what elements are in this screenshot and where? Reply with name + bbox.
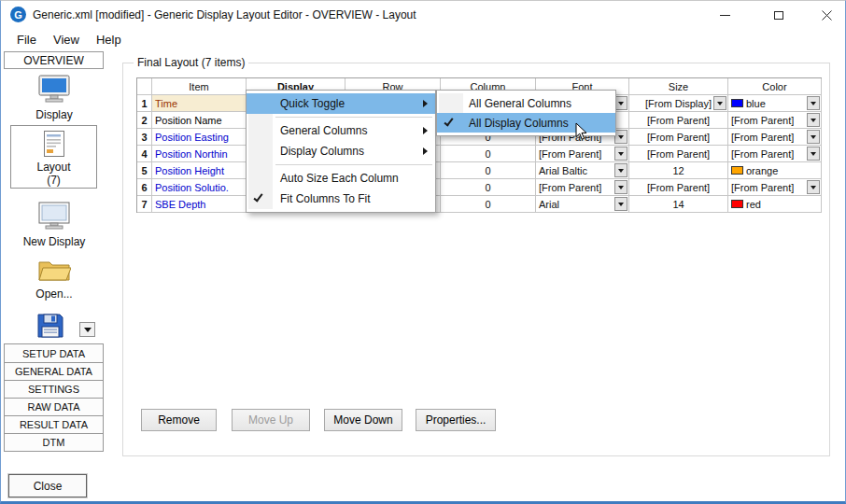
row-number-cell[interactable]: 3 [137,129,152,146]
sidebar-item-layout[interactable]: Layout (7) [10,125,97,189]
row-number-cell[interactable]: 7 [137,196,152,213]
column-cell[interactable]: 0 [441,146,536,162]
sidebar-item-setup-data[interactable]: SETUP DATA [5,344,103,362]
properties-button[interactable]: Properties... [416,409,496,431]
font-dropdown-button[interactable] [614,147,627,161]
size-cell[interactable]: [From Display] [629,95,728,112]
column-cell[interactable]: 0 [441,196,536,213]
color-dropdown-button[interactable] [807,147,820,161]
size-cell[interactable]: 12 [629,162,728,179]
sidebar-item-general-data[interactable]: GENERAL DATA [5,362,103,380]
row-number-cell[interactable]: 1 [137,95,152,112]
size-cell[interactable]: [From Parent] [629,112,728,129]
chevron-down-icon [811,119,816,122]
item-cell[interactable]: Time [152,95,247,112]
color-dropdown-button[interactable] [807,96,820,110]
save-button[interactable] [36,313,64,343]
minimize-button[interactable] [704,1,745,29]
table-header-item[interactable]: Item [152,78,247,95]
size-value: [From Parent] [647,132,710,143]
item-cell[interactable]: SBE Depth [152,196,247,213]
move-up-button[interactable]: Move Up [232,409,310,431]
size-cell[interactable]: 14 [629,196,728,213]
menu-view[interactable]: View [45,31,88,49]
sidebar-item-open[interactable]: Open... [3,257,106,301]
save-floppy-icon [36,313,64,339]
save-dropdown-button[interactable] [79,322,95,337]
row-number-cell[interactable]: 2 [137,112,152,129]
menu-item-display-columns[interactable]: Display Columns [247,141,435,161]
folder-open-icon [37,257,71,283]
color-dropdown-button[interactable] [807,180,820,194]
item-cell[interactable]: Position Solutio. [152,179,247,196]
color-swatch [731,99,743,107]
row-number-cell[interactable]: 4 [137,146,152,162]
color-cell[interactable]: red [728,196,822,213]
chevron-down-icon [618,152,624,156]
item-cell[interactable]: Position Northin [152,146,247,162]
sidebar-item-settings[interactable]: SETTINGS [5,380,103,398]
font-cell[interactable]: Arial [536,196,629,213]
menu-item-auto-size-each-column[interactable]: Auto Size Each Column [247,168,435,189]
item-cell[interactable]: Position Name [152,112,247,129]
color-cell[interactable]: [From Parent] [728,129,822,146]
font-dropdown-button[interactable] [614,180,627,194]
chevron-down-icon [811,186,816,189]
color-cell[interactable]: [From Parent] [728,146,822,162]
maximize-button[interactable] [758,1,799,29]
sidebar-item-dtm[interactable]: DTM [5,433,103,451]
sidebar-item-label: Display [3,108,106,121]
item-cell[interactable]: Position Easting [152,129,247,146]
color-cell[interactable]: [From Parent] [728,112,822,129]
font-cell[interactable]: [From Parent] [536,179,629,196]
font-dropdown-button[interactable] [614,197,627,211]
font-cell[interactable]: Arial Baltic [536,162,629,179]
column-cell[interactable]: 0 [441,179,536,196]
size-value: [From Parent] [647,148,710,160]
size-cell[interactable]: [From Parent] [629,129,728,146]
color-cell[interactable]: orange [728,162,822,179]
row-number-cell[interactable]: 6 [137,179,152,196]
maximize-icon [774,11,783,20]
table-header-size[interactable]: Size [629,78,728,95]
row-number-cell[interactable]: 5 [137,162,152,179]
remove-button[interactable]: Remove [141,409,217,431]
sidebar-item-raw-data[interactable]: RAW DATA [5,398,103,415]
close-window-button[interactable] [806,1,846,29]
table-header-rownum[interactable] [137,78,152,95]
close-dialog-button[interactable]: Close [8,474,87,497]
chevron-down-icon [811,152,816,156]
table-header-color[interactable]: Color [728,78,822,95]
sidebar-item-new-display[interactable]: New Display [3,201,106,248]
sidebar-item-result-data[interactable]: RESULT DATA [5,415,103,433]
menu-file[interactable]: File [8,31,45,49]
menu-item-all-display-columns[interactable]: All Display Columns [437,113,615,133]
item-cell[interactable]: Position Height [152,162,247,179]
color-dropdown-button[interactable] [807,130,820,144]
menu-help[interactable]: Help [88,31,130,49]
color-cell[interactable]: blue [728,95,822,112]
groupbox-title: Final Layout (7 items) [134,56,248,69]
size-cell[interactable]: [From Parent] [629,146,728,162]
color-swatch [731,166,743,175]
font-dropdown-button[interactable] [614,163,627,177]
sidebar-item-display[interactable]: Display [3,74,106,121]
menu-item-fit-columns-to-fit[interactable]: Fit Columns To Fit [247,189,435,209]
font-cell[interactable]: [From Parent] [536,146,629,162]
size-value: [From Parent] [647,115,710,126]
menu-item-general-columns[interactable]: General Columns [247,120,435,141]
font-dropdown-button[interactable] [614,130,627,144]
font-dropdown-button[interactable] [614,96,627,110]
app-icon[interactable]: G [10,7,26,22]
size-dropdown-button[interactable] [713,96,726,110]
menu-item-all-general-columns[interactable]: All General Columns [437,93,615,113]
color-value: [From Parent] [731,148,794,160]
color-value: [From Parent] [731,182,794,193]
column-cell[interactable]: 0 [441,162,536,179]
menu-item-quick-toggle[interactable]: Quick Toggle [247,93,435,114]
color-dropdown-button[interactable] [807,113,820,127]
size-cell[interactable]: [From Parent] [629,179,728,196]
menu-item-label: All Display Columns [469,117,569,130]
move-down-button[interactable]: Move Down [324,409,402,431]
color-cell[interactable]: [From Parent] [728,179,822,196]
